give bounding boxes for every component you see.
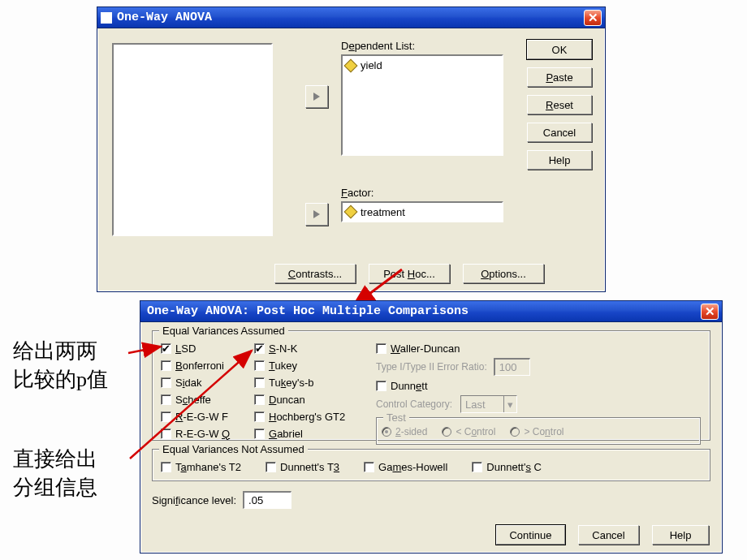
cancel-button[interactable]: Cancel xyxy=(527,123,592,142)
reset-button[interactable]: Reset xyxy=(527,95,592,114)
group-legend: Test xyxy=(383,411,409,424)
paste-button[interactable]: Paste xyxy=(527,67,592,87)
checkbox-tukeysb[interactable]: Tukey's-b xyxy=(254,375,376,390)
factor-item: treatment xyxy=(361,206,405,218)
radio-lt-control: < Control xyxy=(442,424,495,439)
checkbox-sidak[interactable]: Sidak xyxy=(161,375,254,390)
checkbox-regwf[interactable]: R-E-G-W F xyxy=(161,409,254,424)
move-to-factor-button[interactable] xyxy=(305,203,328,226)
group-equal-variances-not-assumed: Equal Variances Not Assumed Tamhane's T2… xyxy=(152,449,710,481)
move-to-dependent-button[interactable] xyxy=(305,85,328,108)
checkbox-gabriel[interactable]: Gabriel xyxy=(254,426,376,441)
continue-button[interactable]: Continue xyxy=(496,525,565,545)
dependent-list-item[interactable]: yield xyxy=(361,59,382,71)
arrow-right-icon xyxy=(313,93,320,101)
variables-list[interactable] xyxy=(112,43,273,236)
group-equal-variances-assumed: Equal Variances Assumed ✔LSD Bonferroni … xyxy=(152,330,710,441)
checkbox-dunnett[interactable]: Dunnett xyxy=(376,378,702,393)
checkbox-dunnett-c[interactable]: Dunnett's C xyxy=(472,459,542,474)
title-text: One-Way ANOVA xyxy=(117,11,212,24)
options-button[interactable]: Options... xyxy=(463,264,544,283)
contrasts-button[interactable]: Contrasts... xyxy=(274,264,356,283)
checkbox-snk[interactable]: ✔S-N-K xyxy=(254,341,376,355)
posthoc-button[interactable]: Post Hoc... xyxy=(369,264,450,283)
control-category-dropdown: Last ▾ xyxy=(460,395,517,413)
checkbox-waller-duncan[interactable]: Waller-Duncan xyxy=(376,341,702,355)
checkbox-dunnett-t3[interactable]: Dunnett's T3 xyxy=(266,459,339,474)
error-ratio-label: Type I/Type II Error Ratio: xyxy=(376,361,487,373)
dependent-list-label: Dependent List: xyxy=(341,40,415,52)
svg-marker-1 xyxy=(313,210,320,218)
help-button[interactable]: Help xyxy=(527,150,592,170)
checkbox-duncan[interactable]: Duncan xyxy=(254,392,376,407)
scale-variable-icon xyxy=(344,205,358,219)
group-legend: Equal Variances Not Assumed xyxy=(159,443,308,455)
posthoc-dialog: One-Way ANOVA: Post Hoc Multiple Compari… xyxy=(140,300,723,554)
checkbox-games-howell[interactable]: Games-Howell xyxy=(364,459,447,474)
dependent-list[interactable]: yield xyxy=(341,54,503,156)
checkbox-hochberg[interactable]: Hochberg's GT2 xyxy=(254,409,376,424)
checkbox-lsd[interactable]: ✔LSD xyxy=(161,341,254,355)
checkbox-regwq[interactable]: R-E-G-W Q xyxy=(161,426,254,441)
annotation-2: 直接给出 分组信息 xyxy=(13,445,97,502)
arrow-right-icon xyxy=(313,210,320,218)
cancel-button[interactable]: Cancel xyxy=(578,525,639,545)
chevron-down-icon: ▾ xyxy=(503,396,516,412)
checkbox-tukey[interactable]: Tukey xyxy=(254,358,376,373)
factor-field[interactable]: treatment xyxy=(341,201,503,222)
annotation-1: 给出两两 比较的p值 xyxy=(13,337,108,394)
svg-marker-0 xyxy=(313,93,320,101)
error-ratio-input: 100 xyxy=(494,358,530,376)
titlebar-posthoc: One-Way ANOVA: Post Hoc Multiple Compari… xyxy=(140,301,722,322)
radio-gt-control: > Control xyxy=(510,424,563,439)
significance-input[interactable]: .05 xyxy=(243,491,291,509)
close-icon[interactable]: ✕ xyxy=(584,10,602,26)
factor-label: Factor: xyxy=(341,187,374,199)
help-button[interactable]: Help xyxy=(652,525,709,545)
group-test: Test 2-sided < Control > Control xyxy=(376,417,701,445)
control-category-label: Control Category: xyxy=(376,398,452,410)
anova-dialog: One-Way ANOVA ✕ Dependent List: yield Fa… xyxy=(97,6,606,292)
titlebar-anova: One-Way ANOVA ✕ xyxy=(97,7,605,28)
close-icon[interactable]: ✕ xyxy=(701,304,719,320)
radio-2sided: 2-sided xyxy=(382,424,427,439)
group-legend: Equal Variances Assumed xyxy=(159,325,288,337)
ok-button[interactable]: OK xyxy=(527,40,592,59)
checkbox-scheffe[interactable]: Scheffe xyxy=(161,392,254,407)
title-text: One-Way ANOVA: Post Hoc Multiple Compari… xyxy=(147,304,468,318)
significance-label: Significance level: xyxy=(152,494,236,506)
checkbox-bonferroni[interactable]: Bonferroni xyxy=(161,358,254,373)
app-icon xyxy=(101,12,112,24)
checkbox-tamhane[interactable]: Tamhane's T2 xyxy=(161,459,241,474)
scale-variable-icon xyxy=(344,58,358,72)
